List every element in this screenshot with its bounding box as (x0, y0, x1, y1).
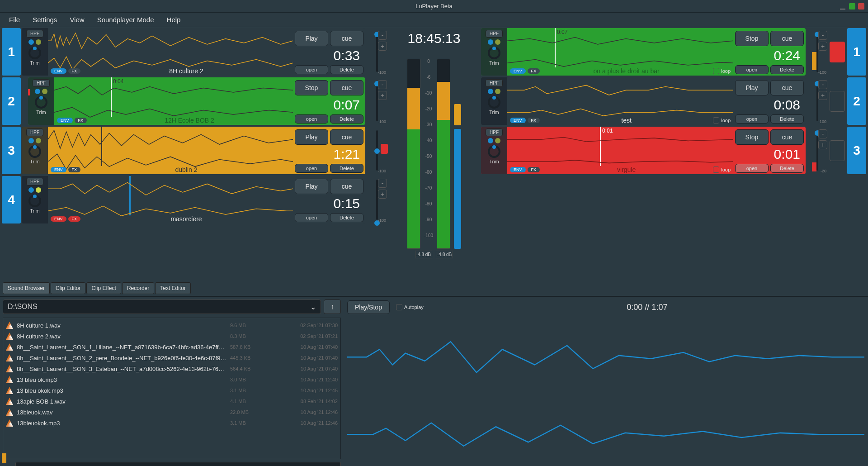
tab-clip-effect[interactable]: Clip Effect (86, 282, 121, 294)
file-row[interactable]: 8h__Saint_Laurent__SON_2_pere_Bondele_--… (5, 352, 339, 363)
player-number[interactable]: 3 (847, 127, 866, 174)
autoplay-toggle[interactable]: Autoplay (396, 304, 424, 310)
tab-sound-browser[interactable]: Sound Browser (3, 282, 50, 294)
dot-icon[interactable] (35, 89, 40, 94)
minus-button[interactable]: - (818, 129, 827, 138)
waveform[interactable]: ENV FX test loop (507, 77, 733, 125)
delete-button[interactable]: Delete (770, 164, 804, 173)
plus-button[interactable]: + (818, 140, 827, 149)
file-list[interactable]: 8H culture 1.wav9.6 MB02 Sep '21 07:308H… (3, 318, 341, 459)
dot-icon[interactable] (488, 138, 493, 143)
fx-chip[interactable]: FX (75, 118, 87, 123)
trim-knob[interactable] (28, 47, 41, 59)
maximize-icon[interactable] (849, 3, 855, 10)
menu-settings[interactable]: Settings (33, 16, 57, 24)
file-row[interactable]: 8H culture 1.wav9.6 MB02 Sep '21 07:30 (5, 320, 339, 331)
waveform[interactable]: ENV FX dublin 2 (48, 127, 293, 174)
minus-button[interactable]: - (378, 31, 387, 40)
tab-clip-editor[interactable]: Clip Editor (51, 282, 85, 294)
cue-button[interactable]: cue (770, 129, 804, 145)
play-button[interactable]: Play (295, 179, 328, 194)
play-button[interactable]: Play (295, 129, 328, 145)
hpf-button[interactable]: HPF (33, 79, 50, 87)
hpf-button[interactable]: HPF (26, 178, 43, 185)
stop-button[interactable]: Stop (295, 80, 328, 95)
cue-button[interactable]: cue (330, 80, 363, 95)
up-folder-button[interactable]: ↑ (324, 300, 341, 314)
open-button[interactable]: open (735, 114, 769, 124)
player-number[interactable]: 1 (2, 28, 21, 76)
plus-button[interactable]: + (818, 42, 827, 51)
env-chip[interactable]: ENV (510, 68, 526, 74)
dot-icon[interactable] (488, 89, 493, 94)
dot-icon[interactable] (36, 39, 41, 45)
dot-icon[interactable] (36, 138, 41, 143)
env-chip[interactable]: ENV (510, 118, 526, 123)
env-chip[interactable]: ENV (510, 167, 526, 172)
dot-icon[interactable] (488, 39, 493, 45)
dot-icon[interactable] (28, 39, 34, 45)
file-row[interactable]: 13 bleu okok.mp33.1 MB10 Aug '21 12:45 (5, 385, 339, 396)
delete-button[interactable]: Delete (770, 65, 804, 74)
hpf-button[interactable]: HPF (26, 128, 43, 136)
cue-button[interactable]: cue (770, 80, 804, 95)
open-button[interactable]: open (295, 213, 328, 222)
file-row[interactable]: 8h__Saint_Laurent__SON_1_Liliane_--NET_a… (5, 342, 339, 352)
player-number[interactable]: 3 (2, 127, 21, 174)
fx-chip[interactable]: FX (68, 216, 81, 222)
trim-knob[interactable] (488, 145, 500, 158)
menu-view[interactable]: View (70, 16, 84, 24)
minus-button[interactable]: - (378, 80, 387, 89)
waveform[interactable]: ENV FX 8H culture 2 (48, 28, 293, 76)
trim-knob[interactable] (488, 47, 500, 59)
dot-icon[interactable] (495, 89, 500, 94)
delete-button[interactable]: Delete (330, 213, 363, 222)
hpf-button[interactable]: HPF (486, 79, 503, 87)
fx-chip[interactable]: FX (528, 167, 540, 172)
file-row[interactable]: 13bleuokok.mp33.1 MB10 Aug '21 12:46 (5, 418, 339, 428)
cue-button[interactable]: cue (330, 179, 363, 194)
env-chip[interactable]: ENV (51, 216, 66, 222)
menu-help[interactable]: Help (167, 16, 181, 24)
minus-button[interactable]: - (818, 31, 827, 40)
file-row[interactable]: 13bleuok.wav22.0 MB10 Aug '21 12:46 (5, 407, 339, 418)
env-chip[interactable]: ENV (57, 118, 73, 123)
close-icon[interactable] (858, 3, 864, 10)
dot-icon[interactable] (28, 138, 34, 143)
dot-icon[interactable] (495, 39, 500, 45)
volume-slider[interactable] (376, 130, 378, 171)
trim-knob[interactable] (488, 96, 500, 109)
cue-button[interactable]: cue (330, 31, 363, 46)
fx-chip[interactable]: FX (528, 68, 540, 74)
fx-chip[interactable]: FX (68, 167, 81, 172)
preview-waveform[interactable] (347, 319, 864, 466)
waveform[interactable]: 0:01 ENV FX virgule loop (507, 127, 733, 174)
stop-button[interactable]: Stop (735, 31, 769, 46)
trim-knob[interactable] (35, 96, 47, 109)
delete-button[interactable]: Delete (770, 114, 804, 124)
delete-button[interactable]: Delete (330, 164, 363, 173)
stop-button[interactable]: Stop (735, 129, 769, 145)
plus-button[interactable]: + (378, 190, 387, 199)
file-row[interactable]: 13 bleu ok.mp33.0 MB10 Aug '21 12:40 (5, 374, 339, 385)
menu-soundplayer-mode[interactable]: Soundplayer Mode (97, 16, 154, 24)
file-row[interactable]: 8h__Saint_Laurent__SON_3_Esteban_--NET_a… (5, 363, 339, 374)
minus-button[interactable]: - (378, 179, 387, 188)
minimize-icon[interactable] (840, 3, 846, 10)
player-number[interactable]: 2 (2, 77, 21, 125)
fx-chip[interactable]: FX (68, 68, 81, 74)
minus-button[interactable]: - (818, 80, 827, 89)
env-chip[interactable]: ENV (51, 68, 66, 74)
open-button[interactable]: open (735, 164, 769, 173)
cue-button[interactable]: cue (330, 129, 363, 145)
file-input[interactable] (15, 462, 341, 466)
hpf-button[interactable]: HPF (26, 30, 43, 38)
open-button[interactable]: open (735, 65, 769, 74)
dot-icon[interactable] (495, 138, 500, 143)
cue-button[interactable]: cue (770, 31, 804, 46)
play-button[interactable]: Play (735, 80, 769, 95)
player-number[interactable]: 2 (847, 77, 866, 125)
delete-button[interactable]: Delete (330, 65, 363, 74)
open-button[interactable]: open (295, 65, 328, 74)
env-chip[interactable]: ENV (51, 167, 66, 172)
